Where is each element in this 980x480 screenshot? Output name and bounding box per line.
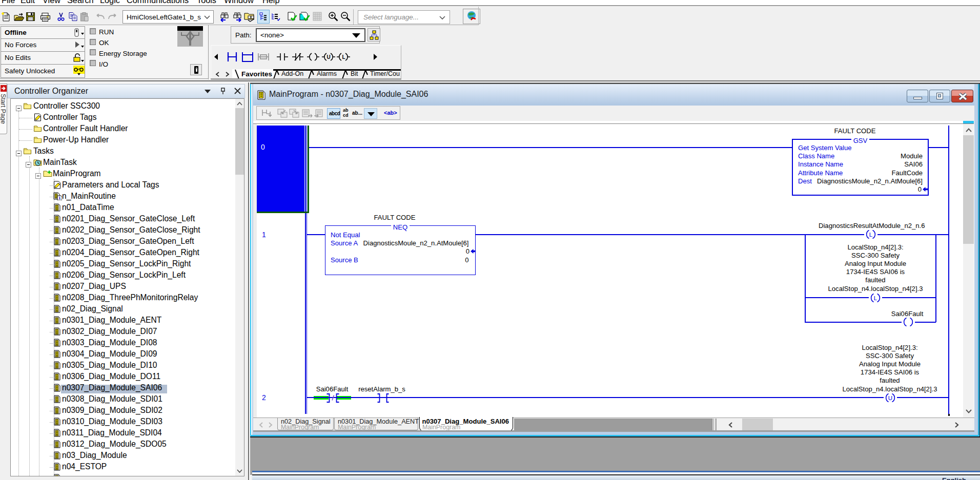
svg-text:L: L xyxy=(869,232,873,238)
svg-text:U: U xyxy=(327,54,331,60)
svg-text:L: L xyxy=(874,295,877,301)
svg-text:U: U xyxy=(888,394,892,401)
svg-text:1: 1 xyxy=(58,196,61,200)
svg-text:L: L xyxy=(342,54,345,60)
